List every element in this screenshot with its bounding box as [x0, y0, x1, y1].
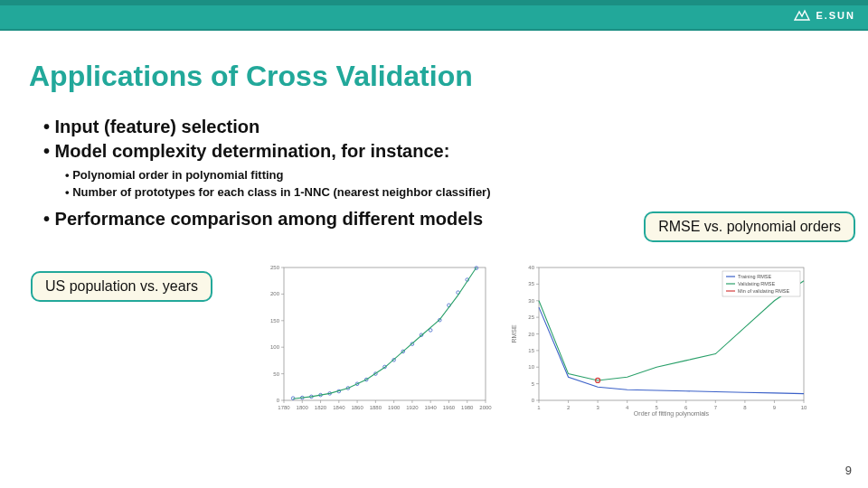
svg-text:1880: 1880 [370, 405, 382, 410]
svg-text:10: 10 [528, 364, 534, 370]
svg-text:20: 20 [528, 331, 534, 336]
bullet-sub-item: Number of prototypes for each class in 1… [65, 184, 868, 202]
svg-text:200: 200 [270, 291, 280, 296]
svg-text:RMSE: RMSE [511, 324, 517, 343]
page-number: 9 [845, 464, 852, 477]
svg-text:4: 4 [626, 405, 629, 410]
svg-text:25: 25 [528, 314, 534, 320]
svg-text:100: 100 [270, 344, 280, 350]
callout-population: US population vs. years [31, 271, 212, 302]
svg-text:150: 150 [270, 317, 280, 323]
svg-text:1920: 1920 [406, 405, 419, 410]
svg-text:2000: 2000 [479, 405, 492, 410]
svg-text:1780: 1780 [278, 405, 290, 410]
callout-text: RMSE vs. polynomial orders [658, 219, 841, 234]
bullet-list-secondary: Polynomial order in polynomial fitting N… [65, 167, 868, 202]
charts-row: RMSE vs. polynomial orders US population… [0, 251, 868, 432]
svg-text:1960: 1960 [443, 405, 456, 410]
svg-text:0: 0 [532, 398, 535, 403]
page-title: Applications of Cross Validation [29, 60, 868, 93]
svg-text:30: 30 [528, 297, 534, 303]
brand-text: E.SUN [816, 10, 855, 21]
bullet-item: Model complexity determination, for inst… [43, 139, 868, 164]
svg-text:7: 7 [714, 405, 718, 410]
svg-text:8: 8 [743, 405, 747, 410]
svg-text:15: 15 [528, 348, 534, 353]
bullet-sub-item: Polynomial order in polynomial fitting [65, 167, 868, 184]
svg-text:1900: 1900 [388, 405, 401, 410]
svg-text:40: 40 [528, 265, 534, 270]
svg-text:2: 2 [567, 405, 571, 410]
svg-text:1840: 1840 [333, 405, 345, 410]
brand-logo: E.SUN [794, 9, 855, 22]
svg-text:Order of fitting polynomials: Order of fitting polynomials [634, 410, 710, 418]
svg-text:0: 0 [277, 398, 280, 403]
bullet-item: Input (feature) selection [43, 115, 868, 139]
svg-rect-0 [284, 267, 486, 400]
chart-rmse: 123456789100510152025303540Order of fitt… [508, 260, 811, 418]
svg-text:5: 5 [532, 380, 535, 386]
svg-text:50: 50 [273, 371, 279, 376]
svg-text:Min of validating RMSE: Min of validating RMSE [738, 288, 789, 294]
svg-text:1820: 1820 [315, 405, 327, 410]
svg-text:250: 250 [270, 265, 280, 270]
svg-text:Validating RMSE: Validating RMSE [738, 281, 775, 286]
svg-text:1800: 1800 [297, 405, 309, 410]
svg-text:9: 9 [773, 405, 777, 410]
svg-text:1: 1 [537, 405, 541, 410]
svg-text:Training RMSE: Training RMSE [738, 274, 771, 279]
svg-text:3: 3 [596, 405, 599, 410]
mountain-icon [794, 9, 810, 22]
svg-text:10: 10 [801, 405, 807, 410]
svg-text:1980: 1980 [461, 405, 474, 410]
svg-text:35: 35 [528, 281, 534, 286]
bullet-list-primary: Input (feature) selection Model complexi… [43, 115, 868, 164]
chart-population: 1780180018201840186018801900192019401960… [253, 260, 493, 418]
svg-text:1860: 1860 [351, 405, 363, 410]
header-bar: E.SUN [0, 0, 868, 31]
callout-text: US population vs. years [45, 278, 198, 294]
callout-rmse: RMSE vs. polynomial orders [644, 211, 855, 242]
svg-text:1940: 1940 [425, 405, 438, 410]
